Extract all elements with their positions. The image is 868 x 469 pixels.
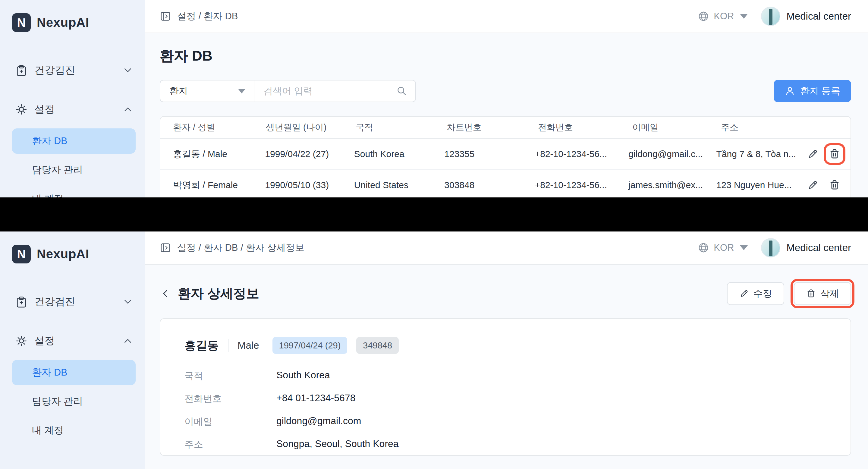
register-patient-label: 환자 등록 [800, 85, 840, 97]
delete-row-button[interactable] [828, 178, 841, 192]
search-input[interactable] [264, 86, 396, 96]
field-row-address: 주소 Songpa, Seoul, South Korea [184, 438, 832, 451]
sidebar-item-health-check[interactable]: 건강검진 [12, 58, 135, 83]
back-button[interactable] [160, 285, 173, 302]
clipboard-plus-icon [15, 295, 28, 308]
field-label: 국적 [184, 370, 276, 382]
cell-phone: +82-10-1234-56... [535, 149, 628, 159]
sidebar-subitem-my-account[interactable]: 내 계정 [12, 418, 135, 443]
language-selector[interactable]: KOR [698, 10, 748, 22]
patient-detail-card: 홍길동 Male 1997/04/24 (29) 349848 국적 South… [160, 318, 851, 456]
table-row[interactable]: 홍길동 / Male 1999/04/22 (27) South Korea 1… [160, 139, 850, 170]
birth-badge: 1997/04/24 (29) [273, 337, 347, 354]
cell-birth: 1999/04/22 (27) [265, 149, 354, 159]
pencil-icon [807, 148, 819, 160]
sidebar-subitem-my-account[interactable]: 내 계정 [12, 186, 135, 197]
globe-icon [698, 10, 710, 22]
chevron-up-icon [123, 336, 133, 346]
sidebar-toggle-icon[interactable] [160, 10, 171, 22]
brand-logo[interactable]: N NexupAI [12, 13, 135, 32]
globe-icon [698, 242, 710, 254]
page: N NexupAI 건강검진 설정 환자 DB 담당자 관리 내 계정 [0, 0, 868, 469]
cell-email: gildong@gmail.c... [628, 149, 716, 159]
search-filter-select[interactable]: 환자 [160, 81, 254, 101]
breadcrumb: 설정 / 환자 DB / 환자 상세정보 [160, 242, 304, 254]
account-menu[interactable]: Medical center [761, 238, 851, 257]
table-header-row: 환자 / 성별 생년월일 (나이) 국적 차트번호 전화번호 이메일 주소 [160, 117, 850, 139]
settings-submenu: 환자 DB 담당자 관리 내 계정 [12, 360, 135, 443]
chevron-up-icon [123, 104, 133, 114]
sidebar-toggle-icon[interactable] [160, 242, 171, 253]
sidebar-item-label: 설정 [34, 334, 116, 348]
cell-address: 123 Nguyen Hue... [716, 180, 806, 190]
column-header-address: 주소 [721, 122, 811, 133]
column-header-patient: 환자 / 성별 [173, 122, 266, 133]
content-patient-db: 환자 DB 환자 환 [145, 33, 868, 197]
pencil-icon [807, 179, 819, 191]
column-header-nationality: 국적 [355, 122, 447, 133]
cell-chart-no: 303848 [444, 180, 535, 190]
brand-logo[interactable]: N NexupAI [12, 245, 135, 263]
field-value: gildong@gmail.com [276, 415, 361, 427]
column-header-phone: 전화번호 [538, 122, 632, 133]
column-header-email: 이메일 [632, 122, 721, 133]
trash-icon [829, 148, 841, 160]
settings-submenu: 환자 DB 담당자 관리 내 계정 [12, 128, 135, 197]
search-field [254, 81, 415, 101]
search-icon[interactable] [396, 85, 407, 97]
delete-patient-button[interactable]: 삭제 [794, 282, 851, 305]
field-row-email: 이메일 gildong@gmail.com [184, 415, 832, 428]
language-selector[interactable]: KOR [698, 242, 748, 254]
edit-row-button[interactable] [806, 147, 820, 161]
sidebar-item-health-check[interactable]: 건강검진 [12, 289, 135, 314]
gear-icon [15, 335, 28, 347]
chevron-left-icon [162, 287, 171, 300]
account-name: Medical center [786, 242, 851, 253]
sidebar-subitem-patient-db[interactable]: 환자 DB [12, 360, 135, 385]
gear-icon [15, 103, 28, 116]
field-row-nationality: 국적 South Korea [184, 370, 832, 382]
delete-patient-label: 삭제 [820, 287, 839, 300]
sidebar-subitem-manager-admin[interactable]: 담당자 관리 [12, 157, 135, 183]
sidebar-item-settings[interactable]: 설정 [12, 329, 135, 353]
cell-nationality: South Korea [354, 149, 444, 159]
pencil-icon [739, 288, 749, 299]
brand-logo-icon: N [12, 245, 31, 263]
patient-name: 홍길동 [184, 338, 219, 353]
caret-down-icon [238, 89, 245, 93]
detail-header: 환자 상세정보 수정 삭제 [160, 282, 851, 305]
edit-row-button[interactable] [806, 178, 820, 192]
delete-row-button[interactable] [828, 147, 841, 161]
main-area: 설정 / 환자 DB / 환자 상세정보 KOR Medical center [145, 231, 868, 469]
field-value: +84 01-1234-5678 [276, 393, 355, 404]
patient-summary-row: 홍길동 Male 1997/04/24 (29) 349848 [184, 337, 832, 354]
table-row[interactable]: 박영희 / Female 1990/05/10 (33) United Stat… [160, 170, 850, 197]
field-value: South Korea [276, 370, 330, 381]
brand-logo-icon: N [12, 13, 31, 32]
field-value: Songpa, Seoul, South Korea [276, 438, 399, 449]
screenshot-divider [0, 197, 868, 231]
divider [228, 339, 228, 352]
breadcrumb-text: 설정 / 환자 DB / 환자 상세정보 [177, 242, 304, 254]
edit-patient-button[interactable]: 수정 [727, 282, 784, 305]
avatar [761, 7, 780, 26]
language-label: KOR [714, 11, 734, 22]
row-actions [806, 178, 841, 192]
top-header: 설정 / 환자 DB / 환자 상세정보 KOR Medical center [145, 231, 868, 264]
search-combo: 환자 [160, 80, 416, 102]
chevron-down-icon [123, 297, 133, 307]
breadcrumb: 설정 / 환자 DB [160, 10, 238, 23]
sidebar-item-settings[interactable]: 설정 [12, 97, 135, 122]
content-patient-detail: 환자 상세정보 수정 삭제 홍길동 [145, 264, 868, 469]
sidebar-subitem-patient-db[interactable]: 환자 DB [12, 128, 135, 154]
detail-actions: 수정 삭제 [727, 282, 851, 305]
trash-icon [829, 179, 841, 191]
avatar [761, 238, 780, 257]
register-patient-button[interactable]: 환자 등록 [774, 80, 851, 102]
sidebar-subitem-manager-admin[interactable]: 담당자 관리 [12, 389, 135, 414]
brand-name: NexupAI [37, 15, 89, 30]
page-title: 환자 DB [160, 46, 851, 65]
row-actions [806, 147, 841, 161]
account-menu[interactable]: Medical center [761, 7, 851, 26]
sidebar-item-label: 건강검진 [34, 63, 116, 77]
